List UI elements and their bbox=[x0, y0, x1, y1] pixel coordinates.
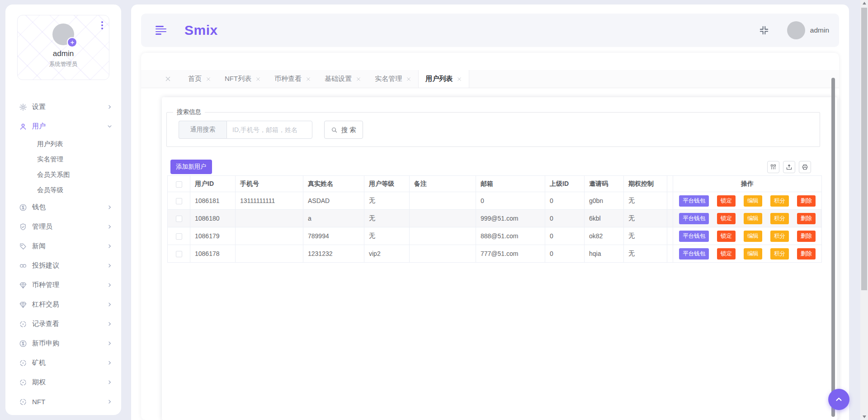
sidebar-item-users[interactable]: 用户 bbox=[5, 117, 121, 136]
lock-button[interactable]: 锁定 bbox=[717, 213, 736, 224]
sidebar-item-label: 投拆建议 bbox=[32, 261, 107, 270]
column-header: 用户ID bbox=[190, 176, 236, 192]
delete-button[interactable]: 删除 bbox=[797, 213, 816, 224]
close-icon[interactable] bbox=[165, 76, 171, 82]
close-icon[interactable] bbox=[206, 76, 211, 82]
workarea: 首页 NFT列表 币种查看 基础设置 实名管理 用户列表 bbox=[141, 53, 839, 420]
delete-button[interactable]: 删除 bbox=[797, 195, 816, 207]
lock-button[interactable]: 锁定 bbox=[717, 231, 736, 242]
sidebar-item-admins[interactable]: 管理员 bbox=[5, 217, 121, 236]
close-icon[interactable] bbox=[356, 76, 361, 82]
sidebar-subitem-label: 实名管理 bbox=[37, 155, 63, 164]
cell-real-name: ASDAD bbox=[303, 192, 364, 210]
tab-basic-settings[interactable]: 基础设置 bbox=[318, 70, 368, 88]
hamburger-icon[interactable] bbox=[156, 26, 166, 35]
sidebar-item-label: 期权 bbox=[32, 378, 107, 387]
avatar-add-button[interactable] bbox=[67, 37, 77, 47]
chevron-right-icon bbox=[107, 283, 112, 288]
cell-level: 无 bbox=[364, 192, 410, 210]
edit-button[interactable]: 编辑 bbox=[744, 231, 762, 242]
cell-actions: 平台钱包 锁定 编辑 积分 删除 bbox=[673, 192, 822, 210]
search-type-select[interactable]: 通用搜索 bbox=[179, 121, 226, 139]
cell-parent-id: 0 bbox=[545, 245, 585, 263]
platform-wallet-button[interactable]: 平台钱包 bbox=[679, 213, 709, 224]
chevron-right-icon bbox=[107, 263, 112, 268]
profile-name: admin bbox=[18, 49, 109, 58]
main-panel: Smix admin 首页 NFT列表 币种查看 基础设置 bbox=[131, 5, 849, 420]
tab-user-list[interactable]: 用户列表 bbox=[418, 70, 469, 88]
sidebar: admin 系统管理员 设置 用户 用户列表 实名管理 会员关系图 会员等级 钱… bbox=[5, 5, 121, 415]
points-button[interactable]: 积分 bbox=[770, 213, 789, 224]
sidebar-subitem-user-list[interactable]: 用户列表 bbox=[5, 136, 121, 151]
scrollbar-up-arrow[interactable] bbox=[860, 0, 868, 6]
sidebar-item-options[interactable]: 期权 bbox=[5, 373, 121, 392]
close-icon[interactable] bbox=[406, 76, 411, 82]
sidebar-item-wallet[interactable]: 钱包 bbox=[5, 198, 121, 217]
row-checkbox[interactable] bbox=[176, 198, 182, 204]
sidebar-item-settings[interactable]: 设置 bbox=[5, 97, 121, 117]
lock-button[interactable]: 锁定 bbox=[717, 195, 736, 207]
columns-toggle-button[interactable] bbox=[767, 161, 779, 173]
tab-coin-view[interactable]: 币种查看 bbox=[268, 70, 318, 88]
edit-button[interactable]: 编辑 bbox=[744, 213, 762, 224]
target-icon bbox=[19, 359, 27, 367]
cell-spacer bbox=[667, 192, 673, 210]
row-checkbox[interactable] bbox=[176, 233, 182, 240]
export-button[interactable] bbox=[783, 161, 795, 173]
print-button[interactable] bbox=[799, 161, 811, 173]
row-checkbox[interactable] bbox=[176, 216, 182, 222]
close-icon[interactable] bbox=[306, 76, 311, 82]
sidebar-item-miner[interactable]: 矿机 bbox=[5, 353, 121, 373]
sidebar-item-new-coin[interactable]: 新币申购 bbox=[5, 334, 121, 353]
delete-button[interactable]: 删除 bbox=[797, 248, 816, 260]
lock-button[interactable]: 锁定 bbox=[717, 248, 736, 260]
gear-icon bbox=[19, 103, 27, 111]
scrollbar-thumb[interactable] bbox=[861, 8, 867, 290]
sidebar-item-leverage[interactable]: 杠杆交易 bbox=[5, 295, 121, 314]
row-checkbox[interactable] bbox=[176, 251, 182, 257]
gem-icon bbox=[19, 281, 27, 289]
sidebar-item-news[interactable]: 新闻 bbox=[5, 236, 121, 256]
search-input[interactable] bbox=[226, 121, 312, 139]
edit-button[interactable]: 编辑 bbox=[744, 195, 762, 207]
points-button[interactable]: 积分 bbox=[770, 248, 789, 260]
kebab-menu-icon[interactable] bbox=[100, 20, 104, 30]
sidebar-subitem-realname[interactable]: 实名管理 bbox=[5, 151, 121, 167]
tab-label: 首页 bbox=[188, 75, 202, 83]
dollar-circle-icon bbox=[19, 203, 27, 212]
compress-icon[interactable] bbox=[759, 25, 769, 35]
content-scrollbar-thumb[interactable] bbox=[831, 78, 835, 417]
sidebar-item-records[interactable]: 记录查看 bbox=[5, 314, 121, 334]
close-icon[interactable] bbox=[255, 76, 261, 82]
column-header: 手机号 bbox=[236, 176, 303, 192]
sidebar-item-coin-manage[interactable]: 币种管理 bbox=[5, 275, 121, 295]
table-row: 1086180 a 无 999@51.com 0 6kbl 无 平台钱包 bbox=[168, 210, 822, 227]
edit-button[interactable]: 编辑 bbox=[744, 248, 762, 260]
close-icon[interactable] bbox=[457, 76, 462, 82]
add-user-button[interactable]: 添加新用户 bbox=[170, 160, 212, 174]
tab-realname[interactable]: 实名管理 bbox=[368, 70, 418, 88]
points-button[interactable]: 积分 bbox=[770, 195, 789, 207]
scroll-to-top-button[interactable] bbox=[828, 389, 849, 410]
platform-wallet-button[interactable]: 平台钱包 bbox=[679, 231, 709, 242]
scrollbar-down-arrow[interactable] bbox=[860, 414, 868, 420]
cell-user-id: 1086179 bbox=[190, 227, 236, 245]
select-all-checkbox[interactable] bbox=[176, 181, 182, 188]
chevron-right-icon bbox=[107, 244, 112, 249]
search-button[interactable]: 搜 索 bbox=[324, 121, 363, 139]
sidebar-item-nft[interactable]: NFT bbox=[5, 392, 121, 411]
tab-nft-list[interactable]: NFT列表 bbox=[218, 70, 268, 88]
sidebar-subitem-member-level[interactable]: 会员等级 bbox=[5, 182, 121, 198]
sidebar-subitem-member-graph[interactable]: 会员关系图 bbox=[5, 167, 121, 182]
platform-wallet-button[interactable]: 平台钱包 bbox=[679, 248, 709, 260]
cell-invite-code: 6kbl bbox=[585, 210, 624, 227]
sidebar-item-feedback[interactable]: 投拆建议 bbox=[5, 256, 121, 275]
tab-home[interactable]: 首页 bbox=[181, 70, 218, 88]
delete-button[interactable]: 删除 bbox=[797, 231, 816, 242]
user-avatar[interactable] bbox=[787, 21, 805, 39]
window-scrollbar[interactable] bbox=[860, 0, 868, 420]
tab-label: 基础设置 bbox=[325, 75, 352, 83]
cell-parent-id: 0 bbox=[545, 192, 585, 210]
platform-wallet-button[interactable]: 平台钱包 bbox=[679, 195, 709, 207]
points-button[interactable]: 积分 bbox=[770, 231, 789, 242]
